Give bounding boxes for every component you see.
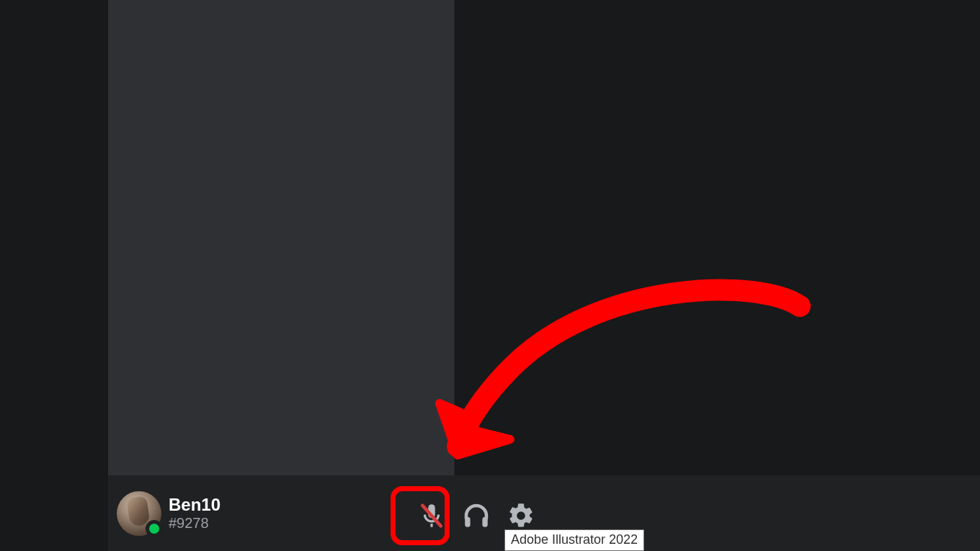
svg-rect-2 [482,517,487,527]
user-name-block[interactable]: Ben10 #9278 [169,495,220,532]
microphone-muted-icon [418,502,445,529]
column-divider [454,0,455,475]
annotation-arrow [425,274,814,475]
discriminator-label: #9278 [169,515,220,532]
user-avatar[interactable] [117,491,161,536]
panel-icons-group [411,495,542,537]
username-label: Ben10 [169,495,220,515]
svg-rect-1 [465,517,470,527]
user-panel: Ben10 #9278 [108,475,980,551]
headphones-icon [461,501,491,531]
mute-button[interactable] [411,495,453,537]
settings-button[interactable] [500,495,542,537]
gear-icon [507,501,535,530]
status-online-dot [146,520,163,537]
deafen-button[interactable] [455,495,497,537]
channel-list-column [108,0,454,475]
